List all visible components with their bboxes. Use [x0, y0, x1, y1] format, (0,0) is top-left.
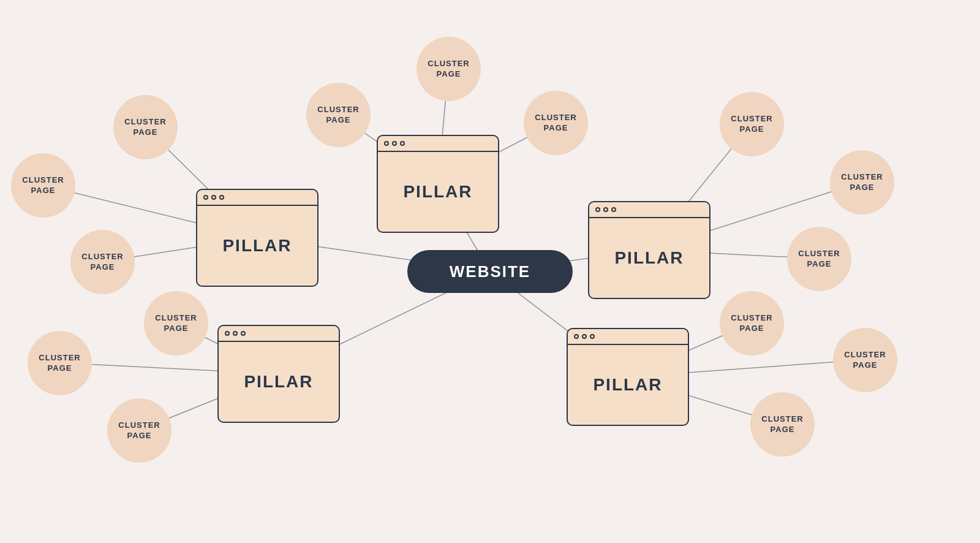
pillar-body: PILLAR: [219, 342, 339, 422]
pillar-body: PILLAR: [589, 218, 709, 298]
dot2: [211, 195, 216, 200]
dot3: [400, 141, 405, 146]
dot2: [582, 334, 587, 339]
pillar-top: PILLAR: [377, 135, 499, 233]
c1: CLUSTER PAGE: [417, 37, 481, 101]
cluster-label: CLUSTER PAGE: [417, 59, 481, 80]
pillar-label: PILLAR: [614, 248, 684, 268]
dot2: [233, 331, 238, 336]
pillar-titlebar: [589, 202, 709, 218]
dot2: [392, 141, 397, 146]
c15: CLUSTER PAGE: [750, 392, 815, 457]
cluster-label: CLUSTER PAGE: [830, 172, 894, 193]
dot1: [384, 141, 389, 146]
dot2: [603, 207, 608, 212]
c13: CLUSTER PAGE: [720, 291, 784, 355]
dot1: [225, 331, 230, 336]
pillar-titlebar: [568, 329, 688, 345]
pillar-label: PILLAR: [593, 375, 662, 395]
c7: CLUSTER PAGE: [28, 331, 92, 395]
dot3: [611, 207, 616, 212]
dot3: [241, 331, 246, 336]
cluster-label: CLUSTER PAGE: [144, 313, 208, 334]
pillar-body: PILLAR: [568, 345, 688, 425]
c11: CLUSTER PAGE: [830, 150, 894, 215]
pillar-left: PILLAR: [196, 189, 318, 287]
cluster-label: CLUSTER PAGE: [833, 350, 897, 371]
cluster-label: CLUSTER PAGE: [113, 117, 178, 138]
cluster-label: CLUSTER PAGE: [524, 113, 588, 134]
cluster-label: CLUSTER PAGE: [787, 249, 851, 270]
cluster-label: CLUSTER PAGE: [720, 313, 784, 334]
pillar-bottom-left: PILLAR: [217, 325, 340, 423]
c3: CLUSTER PAGE: [306, 83, 371, 147]
pillar-titlebar: [197, 190, 317, 206]
pillar-label: PILLAR: [222, 236, 292, 256]
cluster-label: CLUSTER PAGE: [28, 353, 92, 374]
pillar-titlebar: [219, 326, 339, 342]
dot1: [203, 195, 208, 200]
pillar-body: PILLAR: [197, 206, 317, 286]
cluster-label: CLUSTER PAGE: [107, 420, 172, 441]
diagram: WEBSITE PILLAR PILLAR: [0, 0, 980, 543]
dot1: [574, 334, 579, 339]
cluster-label: CLUSTER PAGE: [70, 252, 135, 273]
pillar-right: PILLAR: [588, 201, 710, 299]
c8: CLUSTER PAGE: [144, 291, 208, 355]
c9: CLUSTER PAGE: [107, 398, 172, 463]
pillar-label: PILLAR: [244, 372, 313, 392]
cluster-label: CLUSTER PAGE: [306, 105, 371, 126]
c2: CLUSTER PAGE: [524, 91, 588, 155]
c4: CLUSTER PAGE: [113, 95, 178, 159]
pillar-bottom-right: PILLAR: [567, 328, 689, 426]
website-label: WEBSITE: [450, 262, 530, 281]
cluster-label: CLUSTER PAGE: [11, 175, 75, 196]
pillar-titlebar: [378, 136, 498, 152]
c14: CLUSTER PAGE: [833, 328, 897, 392]
cluster-label: CLUSTER PAGE: [750, 414, 815, 435]
c10: CLUSTER PAGE: [720, 92, 784, 156]
dot3: [219, 195, 224, 200]
pillar-label: PILLAR: [403, 182, 472, 202]
dot3: [590, 334, 595, 339]
c5: CLUSTER PAGE: [11, 153, 75, 218]
c12: CLUSTER PAGE: [787, 227, 851, 291]
dot1: [595, 207, 600, 212]
cluster-label: CLUSTER PAGE: [720, 114, 784, 135]
pillar-body: PILLAR: [378, 152, 498, 232]
c6: CLUSTER PAGE: [70, 230, 135, 294]
website-node: WEBSITE: [407, 250, 573, 293]
